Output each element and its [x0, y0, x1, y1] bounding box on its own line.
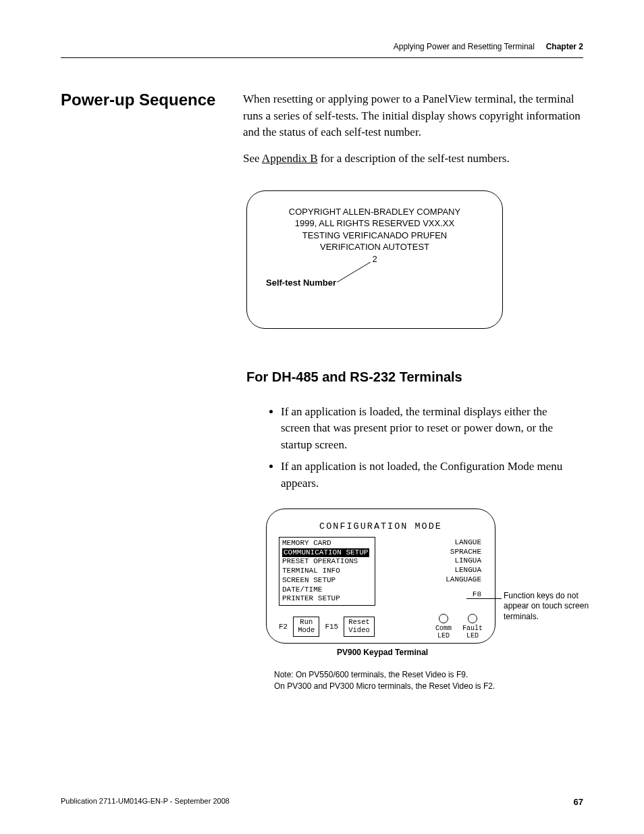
list-item: If an application is loaded, the termina…	[281, 404, 570, 454]
lang-item: LANGUAGE	[385, 575, 481, 585]
terminal-screen-1: COPYRIGHT ALLEN-BRADLEY COMPANY 1999, AL…	[246, 190, 503, 329]
menu-item: TERMINAL INFO	[282, 567, 369, 576]
selftest-figure: COPYRIGHT ALLEN-BRADLEY COMPANY 1999, AL…	[246, 190, 583, 329]
lang-item: LINGUA	[385, 556, 481, 566]
rv-label-2: Video	[348, 627, 370, 635]
lang-item: LENGUA	[385, 566, 481, 575]
list-item: If an application is not loaded, the Con…	[281, 459, 570, 492]
menu-item-selected: COMMUNICATION SETUP	[282, 548, 369, 558]
led-indicators: Comm LED Fault LED	[435, 614, 483, 640]
copyright-line-3: TESTING VERIFICANADO PRUFEN	[247, 230, 502, 242]
intro-row: Power-up Sequence When resetting or appl…	[61, 91, 583, 177]
paragraph-2: See Appendix B for a description of the …	[243, 151, 583, 167]
fault-label-2: LED	[462, 632, 483, 640]
callout-line-2	[466, 598, 502, 599]
paragraph-1: When resetting or applying power to a Pa…	[243, 91, 583, 141]
p2-tail: for a description of the self-test numbe…	[318, 152, 510, 165]
f15-label: F15	[325, 623, 338, 631]
copyright-line-4: VERIFICATION AUTOTEST	[247, 241, 502, 253]
running-header: Applying Power and Resetting Terminal Ch…	[394, 42, 583, 51]
run-label-2: Mode	[298, 627, 315, 635]
publication-info: Publication 2711-UM014G-EN-P - September…	[61, 797, 230, 807]
reset-video-button: Reset Video	[344, 617, 375, 636]
function-keys-note: Function keys do not appear on touch scr…	[504, 591, 605, 623]
copyright-line-5: 2	[247, 253, 502, 265]
note-line-1: Note: On PV550/600 terminals, the Reset …	[274, 669, 583, 681]
f2-label: F2	[279, 623, 288, 631]
fault-label-1: Fault	[462, 625, 483, 632]
led-circle-icon	[468, 614, 477, 623]
p2-lead: See	[243, 152, 262, 165]
comm-led: Comm LED	[435, 614, 452, 640]
menu-list: MEMORY CARD COMMUNICATION SETUP PRESET O…	[279, 537, 375, 606]
menu-item: SCREEN SETUP	[282, 576, 369, 585]
language-list: LANGUE SPRACHE LINGUA LENGUA LANGUAGE F8	[385, 537, 483, 606]
copyright-block: COPYRIGHT ALLEN-BRADLEY COMPANY 1999, AL…	[247, 206, 502, 265]
config-title: CONFIGURATION MODE	[279, 521, 483, 531]
led-circle-icon	[439, 614, 448, 623]
config-mode-figure: CONFIGURATION MODE MEMORY CARD COMMUNICA…	[266, 509, 644, 657]
lang-item: SPRACHE	[385, 548, 481, 557]
menu-item: PRINTER SETUP	[282, 594, 369, 604]
appendix-link[interactable]: Appendix B	[262, 152, 318, 165]
section-title: Applying Power and Resetting Terminal	[394, 42, 535, 51]
menu-item: DATE/TIME	[282, 585, 369, 595]
selftest-number-label: Self-test Number	[266, 278, 336, 288]
intro-body: When resetting or applying power to a Pa…	[243, 91, 583, 177]
figure-caption: PV900 Keypad Terminal	[337, 648, 644, 657]
copyright-line-1: COPYRIGHT ALLEN-BRADLEY COMPANY	[247, 206, 502, 218]
comm-label-2: LED	[435, 632, 452, 640]
comm-label-1: Comm	[435, 625, 452, 632]
page-footer: Publication 2711-UM014G-EN-P - September…	[61, 797, 583, 807]
chapter-label: Chapter 2	[546, 42, 583, 51]
fkey-row: F2 Run Mode F15 Reset Video Comm LED	[279, 614, 483, 640]
page-content: Power-up Sequence When resetting or appl…	[61, 91, 583, 692]
section-heading: Power-up Sequence	[61, 91, 216, 177]
terminal-notes-list: If an application is loaded, the termina…	[270, 404, 583, 492]
header-rule	[61, 57, 583, 58]
reset-video-note: Note: On PV550/600 terminals, the Reset …	[274, 669, 583, 692]
config-body: MEMORY CARD COMMUNICATION SETUP PRESET O…	[279, 537, 483, 606]
copyright-line-2: 1999, ALL RIGHTS RESERVED VXX.XX	[247, 217, 502, 230]
fault-led: Fault LED	[462, 614, 483, 640]
page-number: 67	[574, 797, 583, 807]
menu-item: MEMORY CARD	[282, 539, 369, 548]
lang-item: LANGUE	[385, 538, 481, 548]
note-line-2: On PV300 and PV300 Micro terminals, the …	[274, 681, 583, 692]
subheading: For DH-485 and RS-232 Terminals	[246, 369, 583, 385]
run-mode-button: Run Mode	[293, 617, 319, 636]
menu-item: PRESET OPERATIONS	[282, 557, 369, 567]
terminal-screen-2: CONFIGURATION MODE MEMORY CARD COMMUNICA…	[266, 509, 495, 644]
